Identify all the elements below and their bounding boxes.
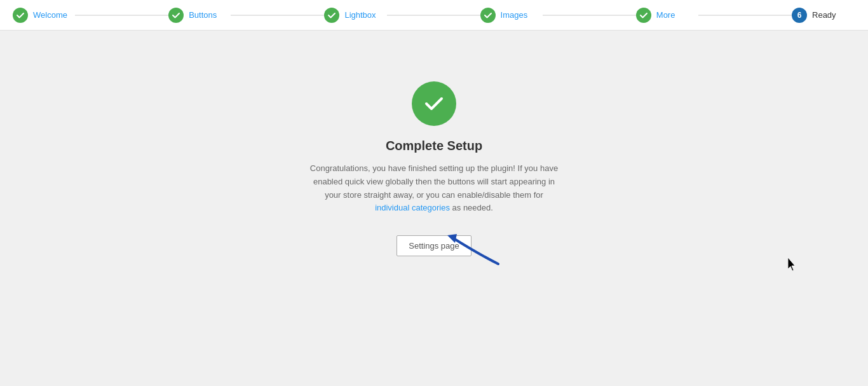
arrow-annotation bbox=[435, 229, 505, 273]
wizard-step-more[interactable]: More bbox=[636, 8, 792, 23]
wizard-step-ready[interactable]: 6 Ready bbox=[792, 8, 855, 23]
setup-description: Congratulations, you have finished setti… bbox=[307, 162, 561, 215]
step-welcome-label: Welcome bbox=[33, 10, 67, 20]
step-lightbox-icon bbox=[324, 8, 339, 23]
step-more-label: More bbox=[656, 10, 675, 20]
step-images-icon bbox=[480, 8, 496, 23]
step-lightbox-label: Lightbox bbox=[344, 10, 376, 20]
step-more-icon bbox=[636, 8, 651, 23]
wizard-step-buttons[interactable]: Buttons bbox=[168, 8, 324, 23]
step-ready-label: Ready bbox=[812, 10, 836, 20]
svg-marker-0 bbox=[447, 234, 457, 243]
settings-button-container: Settings page bbox=[397, 235, 471, 256]
step-welcome-icon bbox=[13, 8, 28, 23]
step-buttons-icon bbox=[168, 8, 184, 23]
wizard-nav: Welcome Buttons Lightbox Images bbox=[0, 0, 868, 31]
main-content: Complete Setup Congratulations, you have… bbox=[0, 31, 868, 256]
complete-check-icon bbox=[412, 81, 456, 126]
wizard-step-lightbox[interactable]: Lightbox bbox=[324, 8, 480, 23]
wizard-step-welcome[interactable]: Welcome bbox=[13, 8, 168, 23]
step-images-label: Images bbox=[501, 10, 528, 20]
mouse-cursor bbox=[788, 258, 798, 272]
step-buttons-label: Buttons bbox=[189, 10, 217, 20]
wizard-step-images[interactable]: Images bbox=[480, 8, 636, 23]
setup-title: Complete Setup bbox=[386, 139, 482, 153]
individual-categories-link[interactable]: individual categories bbox=[375, 203, 450, 212]
step-ready-number: 6 bbox=[792, 8, 807, 23]
